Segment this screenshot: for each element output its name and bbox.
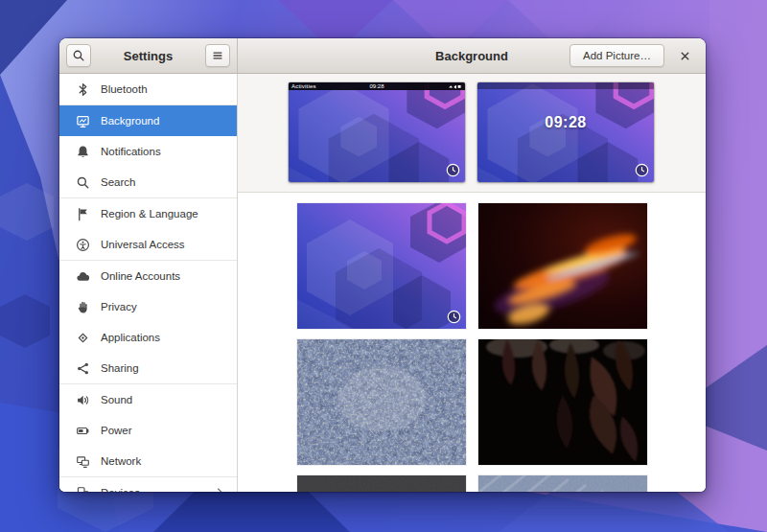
timed-wallpaper-badge (635, 163, 649, 177)
orange-light-streaks-wallpaper[interactable] (478, 203, 647, 329)
sidebar-item-label: Notifications (101, 146, 161, 157)
sharing-icon (76, 361, 90, 376)
dark-gray-texture-wallpaper[interactable] (297, 475, 466, 492)
sidebar-item-online-accounts[interactable]: Online Accounts (59, 261, 237, 291)
close-icon (679, 50, 691, 62)
titlebar-content-section: Background Add Picture… (238, 38, 706, 73)
dark-gray-texture-art (297, 475, 466, 492)
blue-fabric-texture-art (478, 475, 647, 492)
search-icon (76, 175, 90, 190)
timed-wallpaper-badge (447, 310, 461, 324)
sidebar-item-search[interactable]: Search (59, 167, 237, 197)
sidebar-item-region-language[interactable]: Region & Language (59, 198, 237, 229)
wallpaper-grid (238, 193, 706, 492)
titlebar-sidebar-section: Settings (59, 38, 238, 73)
background-icon (76, 114, 90, 128)
sidebar-item-network[interactable]: Network (59, 446, 237, 476)
sidebar-item-devices[interactable]: Devices (59, 477, 237, 492)
snowy-forest-aerial-wallpaper[interactable] (297, 339, 466, 465)
online-accounts-icon (76, 269, 90, 284)
gnome-hexagons-art (477, 82, 654, 182)
window-title: Settings (95, 49, 201, 63)
sidebar-item-label: Sharing (101, 362, 139, 374)
region-language-icon (76, 207, 90, 221)
search-button[interactable] (66, 44, 91, 67)
sidebar-item-label: Privacy (101, 301, 137, 312)
sidebar-item-label: Search (101, 176, 135, 188)
sidebar-item-sound[interactable]: Sound (59, 384, 237, 415)
gnome-hexagons-art (289, 82, 465, 182)
sidebar-item-label: Network (101, 455, 141, 467)
sidebar-item-label: Power (101, 425, 132, 436)
sound-icon (76, 393, 90, 407)
search-icon (72, 49, 85, 62)
lock-screen-clock: 09:28 (477, 114, 654, 131)
sidebar-item-notifications[interactable]: Notifications (59, 136, 237, 167)
sidebar-item-label: Online Accounts (101, 270, 180, 282)
orange-streaks-art (478, 203, 647, 329)
close-button[interactable] (672, 44, 697, 67)
network-volume-battery-icons (448, 83, 462, 89)
mini-clock: 09:28 (289, 82, 465, 90)
sidebar-item-power[interactable]: Power (59, 415, 237, 446)
gnome-hexagons-art (297, 203, 466, 329)
snowy-forest-art (297, 339, 466, 465)
sidebar-item-privacy[interactable]: Privacy (59, 291, 237, 322)
desktop-background-preview[interactable]: Activities 09:28 (289, 82, 465, 182)
sidebar-item-label: Universal Access (101, 239, 185, 250)
window-body: BluetoothBackgroundNotificationsSearchRe… (59, 74, 706, 492)
background-panel: Activities 09:28 (238, 74, 706, 492)
bluetooth-icon (76, 82, 90, 97)
dark-leaves-wallpaper[interactable] (478, 339, 647, 465)
sidebar-item-universal-access[interactable]: Universal Access (59, 229, 237, 260)
sidebar-item-label: Sound (101, 394, 132, 405)
hamburger-menu-icon (211, 49, 224, 62)
settings-window: Settings Background Add Picture… (59, 38, 706, 492)
timed-wallpaper-badge (446, 163, 460, 177)
sidebar-item-label: Bluetooth (101, 83, 148, 95)
chevron-right-icon (214, 486, 225, 492)
add-picture-button[interactable]: Add Picture… (569, 44, 664, 67)
lock-top-shade (477, 82, 654, 89)
sidebar-item-background[interactable]: Background (59, 105, 237, 136)
current-background-previews: Activities 09:28 (238, 74, 706, 193)
gnome-hexagons-wallpaper[interactable] (297, 203, 466, 329)
sidebar-item-label: Devices (101, 487, 140, 492)
lock-screen-preview[interactable]: 09:28 (477, 82, 654, 182)
dark-leaves-art (478, 339, 647, 465)
settings-sidebar: BluetoothBackgroundNotificationsSearchRe… (59, 74, 238, 492)
sidebar-item-sharing[interactable]: Sharing (59, 353, 237, 383)
applications-icon (76, 331, 90, 345)
devices-icon (76, 486, 90, 493)
notifications-icon (76, 145, 90, 159)
sidebar-item-applications[interactable]: Applications (59, 322, 237, 353)
sidebar-item-bluetooth[interactable]: Bluetooth (59, 74, 237, 104)
sidebar-item-label: Applications (101, 332, 160, 343)
sidebar-item-label: Background (101, 115, 159, 127)
primary-menu-button[interactable] (205, 44, 230, 67)
mini-status-icons (448, 83, 462, 89)
desktop: Settings Background Add Picture… (0, 0, 767, 532)
blue-fabric-texture-wallpaper[interactable] (478, 475, 647, 492)
mini-top-bar: Activities 09:28 (289, 82, 465, 90)
privacy-icon (76, 300, 90, 314)
universal-access-icon (76, 238, 90, 252)
sidebar-item-label: Region & Language (101, 208, 198, 220)
titlebar[interactable]: Settings Background Add Picture… (59, 38, 706, 74)
power-icon (76, 424, 90, 438)
network-icon (76, 454, 90, 469)
